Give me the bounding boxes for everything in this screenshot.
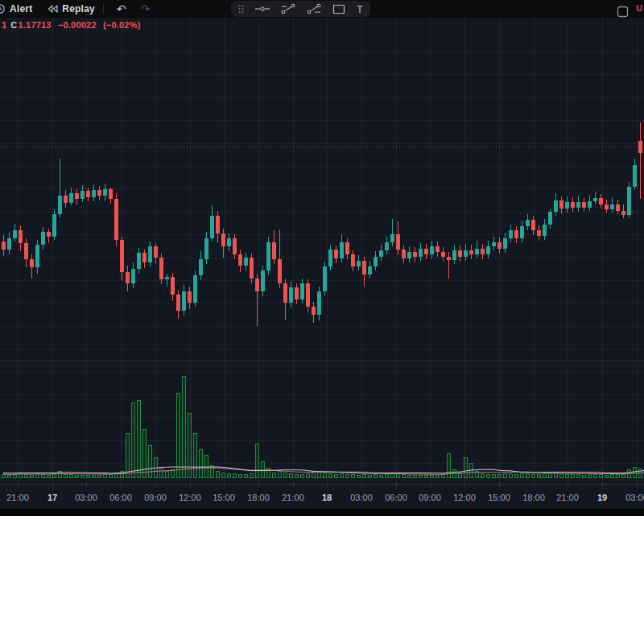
- time-axis-label: 18:00: [247, 493, 270, 502]
- top-toolbar: Alert Replay ↶ ↷: [0, 0, 644, 18]
- time-axis-label: 12:00: [179, 493, 201, 502]
- time-axis-day-label: 19: [597, 493, 607, 502]
- change-pct: (−0.02%): [103, 20, 141, 30]
- time-axis-label: 03:00: [75, 493, 97, 502]
- time-axis-label: 15:00: [488, 493, 510, 502]
- replay-button[interactable]: Replay: [62, 3, 95, 14]
- close-value: 1.17713: [18, 20, 51, 30]
- close-label: C: [10, 20, 17, 30]
- time-axis-label: 15:00: [213, 493, 235, 502]
- time-axis-label: 21:00: [6, 493, 29, 502]
- time-axis-label: 03:00: [625, 493, 644, 502]
- bottom-black-strip: [0, 509, 644, 516]
- time-axis-label: 09:00: [144, 493, 167, 502]
- fullscreen-icon[interactable]: [617, 2, 629, 20]
- readout-prefix: 1: [2, 20, 6, 30]
- time-axis-label: 06:00: [109, 493, 132, 502]
- time-axis-day-label: 17: [47, 493, 57, 502]
- trading-chart-app: Alert Replay ↶ ↷: [0, 0, 644, 509]
- time-axis-label: 12:00: [453, 493, 476, 502]
- symbol-readout: 1C1.17713 −0.00022 (−0.02%): [2, 20, 145, 30]
- info-line-tool-icon[interactable]: [307, 0, 321, 18]
- empty-white-area: [0, 516, 644, 644]
- time-axis-label: 03:00: [350, 493, 373, 502]
- toolbar-divider: [103, 4, 104, 14]
- alert-button[interactable]: Alert: [10, 3, 32, 14]
- chart-canvas[interactable]: 21:001703:0006:0009:0012:0015:0018:0021:…: [0, 18, 644, 509]
- trend-line-tool-icon[interactable]: [281, 0, 295, 18]
- time-axis-label: 21:00: [556, 493, 579, 502]
- time-axis-day-label: 18: [322, 493, 332, 502]
- time-axis-label: 06:00: [385, 493, 407, 502]
- time-axis-label: 09:00: [419, 493, 441, 502]
- time-axis-label: 18:00: [522, 493, 545, 502]
- clipped-edge-fragment: U: [636, 3, 644, 14]
- text-tool-icon[interactable]: T: [357, 3, 363, 15]
- rectangle-tool-icon[interactable]: [332, 0, 345, 18]
- replay-rewind-icon: [47, 0, 59, 18]
- drag-handle-icon[interactable]: [238, 0, 244, 18]
- horizontal-line-tool-icon[interactable]: [255, 0, 270, 18]
- redo-button[interactable]: ↷: [141, 0, 151, 18]
- time-axis-label: 21:00: [282, 493, 304, 502]
- undo-button[interactable]: ↶: [117, 0, 126, 18]
- alert-clock-icon: [0, 0, 6, 18]
- screenshot-root: Alert Replay ↶ ↷: [0, 0, 644, 644]
- drawing-tools-pill: T: [231, 1, 370, 17]
- change-value: −0.00022: [58, 20, 97, 30]
